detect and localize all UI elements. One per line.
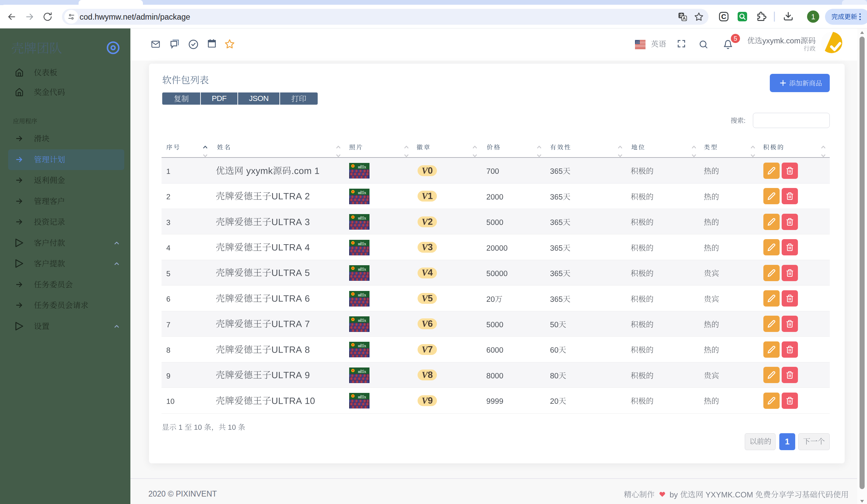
svg-text:HELIX: HELIX [358,294,366,297]
svg-text:HELIX: HELIX [358,345,366,348]
svg-text:HELIX: HELIX [358,371,366,374]
svg-text:HELIX: HELIX [358,166,366,169]
svg-text:HELIX: HELIX [358,396,366,399]
svg-text:HELIX: HELIX [358,319,366,322]
svg-text:HELIX: HELIX [358,243,366,246]
svg-text:HELIX: HELIX [358,192,366,195]
svg-text:HELIX: HELIX [358,268,366,271]
svg-text:C: C [721,12,726,20]
svg-text:HELIX: HELIX [358,217,366,220]
